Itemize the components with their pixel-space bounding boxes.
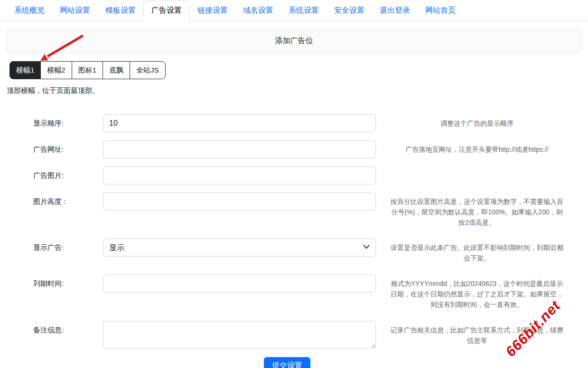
nav-tab-site-settings[interactable]: 网站设置 bbox=[52, 1, 98, 20]
expire-date-hint: 格式为YYYYmmdd，比如20240623，这个时间是最后显示日期，在这个日期… bbox=[389, 275, 565, 310]
display-ad-select[interactable]: 显示 bbox=[103, 239, 376, 257]
expire-date-label: 到期时间: bbox=[33, 275, 103, 293]
form-row-display-order: 显示顺序: 调整这个广告的显示顺序 bbox=[33, 114, 588, 132]
top-nav: 系统概览 网站设置 模板设置 广告设置 链接设置 域名设置 系统设置 安全设置 … bbox=[0, 0, 588, 21]
nav-tab-system-overview[interactable]: 系统概览 bbox=[7, 1, 52, 20]
nav-tab-logout[interactable]: 退出登录 bbox=[372, 1, 418, 20]
ad-image-hint bbox=[389, 166, 565, 170]
remarks-textarea[interactable] bbox=[103, 321, 376, 349]
nav-tab-ad-settings[interactable]: 广告设置 bbox=[143, 0, 190, 21]
image-height-field[interactable] bbox=[103, 193, 376, 211]
form-row-display-ad: 显示广告: 显示 设置是否显示此条广告。此设置不影响到期时间，到期后都会下架。 bbox=[33, 239, 588, 263]
display-ad-hint: 设置是否显示此条广告。此设置不影响到期时间，到期后都会下架。 bbox=[389, 239, 565, 263]
display-ad-label: 显示广告: bbox=[33, 239, 103, 257]
image-height-label: 图片高度 : bbox=[33, 193, 103, 211]
ad-position-tabs: 横幅1 横幅2 图标1 底飘 全站JS bbox=[9, 61, 166, 79]
ad-settings-form: 显示顺序: 调整这个广告的显示顺序 广告网址: 广告落地页网址，注意开头要带ht… bbox=[0, 114, 588, 349]
nav-tab-domain-settings[interactable]: 域名设置 bbox=[235, 1, 281, 20]
nav-tab-template-settings[interactable]: 模板设置 bbox=[98, 1, 143, 20]
ad-url-hint: 广告落地页网址，注意开头要带http://或者https:// bbox=[389, 140, 565, 155]
ad-tab-icon1[interactable]: 图标1 bbox=[72, 61, 103, 79]
ad-tab-banner2[interactable]: 横幅2 bbox=[40, 61, 72, 79]
form-row-ad-url: 广告网址: 广告落地页网址，注意开头要带http://或者https:// bbox=[33, 140, 588, 158]
add-ad-slot-label: 添加广告位 bbox=[275, 36, 313, 46]
form-row-expire-date: 到期时间: 格式为YYYYmmdd，比如20240623，这个时间是最后显示日期… bbox=[33, 275, 588, 310]
nav-tab-link-settings[interactable]: 链接设置 bbox=[190, 1, 235, 20]
ad-tab-banner1[interactable]: 横幅1 bbox=[9, 61, 41, 79]
remarks-hint: 记录广告相关信息，比如广告主联系方式，到期信息，续费信息等 bbox=[389, 321, 565, 346]
display-order-field[interactable] bbox=[103, 114, 376, 132]
image-height-hint: 按百分比设置图片高度，这个设置项为数字，不需要输入百分号(%)，留空则为默认高度… bbox=[389, 193, 565, 228]
remarks-label: 备注信息: bbox=[33, 321, 103, 339]
nav-tab-security-settings[interactable]: 安全设置 bbox=[327, 1, 372, 20]
nav-tab-system-settings[interactable]: 系统设置 bbox=[281, 1, 327, 20]
ad-tab-global-js[interactable]: 全站JS bbox=[130, 61, 166, 79]
submit-settings-button[interactable]: 提交设置 bbox=[264, 357, 310, 368]
ad-url-label: 广告网址: bbox=[33, 140, 103, 158]
ad-image-field[interactable] bbox=[103, 166, 376, 184]
form-row-ad-image: 广告图片: bbox=[33, 166, 588, 184]
display-order-hint: 调整这个广告的显示顺序 bbox=[389, 114, 565, 129]
expire-date-field[interactable] bbox=[103, 275, 376, 293]
submit-row: 提交设置 bbox=[0, 357, 574, 368]
ad-position-description: 顶部横幅，位于页面最顶部。 bbox=[7, 86, 588, 95]
ad-image-label: 广告图片: bbox=[33, 166, 103, 184]
form-row-image-height: 图片高度 : 按百分比设置图片高度，这个设置项为数字，不需要输入百分号(%)，留… bbox=[33, 193, 588, 228]
display-order-label: 显示顺序: bbox=[33, 114, 103, 132]
ad-tab-bottom-float[interactable]: 底飘 bbox=[103, 61, 130, 79]
nav-tab-site-home[interactable]: 网站首页 bbox=[418, 1, 463, 20]
form-row-remarks: 备注信息: 记录广告相关信息，比如广告主联系方式，到期信息，续费信息等 bbox=[33, 321, 588, 349]
ad-url-field[interactable] bbox=[103, 140, 376, 158]
add-ad-slot-button[interactable]: 添加广告位 bbox=[6, 28, 582, 54]
